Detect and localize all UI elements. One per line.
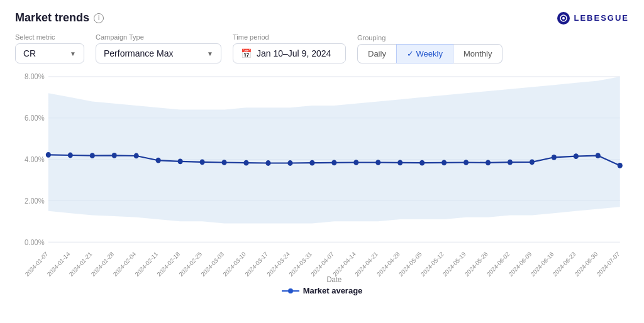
svg-point-38 bbox=[618, 163, 623, 168]
svg-text:2024-05-05: 2024-05-05 bbox=[397, 250, 423, 278]
grouping-control: Grouping Daily ✓ Weekly Monthly bbox=[357, 34, 502, 63]
svg-text:2024-01-28: 2024-01-28 bbox=[90, 250, 116, 278]
svg-text:2024-01-07: 2024-01-07 bbox=[24, 250, 50, 278]
svg-point-32 bbox=[486, 160, 491, 165]
chart-area: 0.00%2.00%4.00%6.00%8.00%2024-01-072024-… bbox=[15, 70, 629, 283]
svg-text:2024-02-25: 2024-02-25 bbox=[177, 250, 203, 278]
date-value: Jan 10–Jul 9, 2024 bbox=[257, 48, 331, 58]
svg-text:2024-07-07: 2024-07-07 bbox=[596, 250, 621, 278]
svg-point-23 bbox=[287, 160, 292, 166]
svg-text:2024-06-30: 2024-06-30 bbox=[574, 250, 599, 278]
svg-text:2024-06-09: 2024-06-09 bbox=[508, 250, 533, 278]
svg-point-25 bbox=[331, 160, 336, 165]
svg-text:2024-05-26: 2024-05-26 bbox=[464, 250, 489, 278]
svg-point-24 bbox=[309, 160, 314, 166]
svg-point-29 bbox=[419, 160, 425, 166]
svg-text:2024-02-18: 2024-02-18 bbox=[155, 250, 181, 278]
title-area: Market trends i bbox=[15, 11, 104, 25]
page-title: Market trends bbox=[15, 11, 89, 25]
svg-text:8.00%: 8.00% bbox=[25, 72, 45, 80]
svg-text:2024-04-07: 2024-04-07 bbox=[309, 250, 335, 278]
chart-svg: 0.00%2.00%4.00%6.00%8.00%2024-01-072024-… bbox=[15, 70, 629, 283]
controls-row: Select metric CR ▼ Campaign Type Perform… bbox=[15, 33, 629, 63]
metric-value: CR bbox=[23, 48, 36, 58]
svg-point-34 bbox=[530, 159, 535, 165]
campaign-chevron-icon: ▼ bbox=[207, 50, 213, 57]
svg-point-1 bbox=[562, 17, 565, 19]
metric-label: Select metric bbox=[15, 33, 84, 41]
grouping-buttons: Daily ✓ Weekly Monthly bbox=[357, 44, 502, 63]
svg-text:4.00%: 4.00% bbox=[25, 155, 45, 163]
svg-point-28 bbox=[397, 160, 402, 165]
legend-dash-icon bbox=[282, 290, 299, 292]
svg-text:2024-03-10: 2024-03-10 bbox=[221, 250, 247, 278]
svg-point-18 bbox=[178, 158, 183, 164]
svg-text:2024-03-03: 2024-03-03 bbox=[199, 250, 225, 278]
legend-item: Market average bbox=[282, 286, 363, 295]
svg-text:2024-03-24: 2024-03-24 bbox=[265, 250, 291, 278]
svg-text:2024-01-21: 2024-01-21 bbox=[68, 250, 94, 278]
svg-text:2024-03-17: 2024-03-17 bbox=[243, 250, 269, 278]
svg-point-31 bbox=[464, 160, 469, 165]
svg-point-37 bbox=[596, 153, 601, 158]
svg-point-20 bbox=[221, 160, 226, 165]
svg-text:2024-04-14: 2024-04-14 bbox=[331, 250, 357, 278]
svg-point-14 bbox=[90, 153, 95, 158]
svg-point-26 bbox=[353, 160, 358, 165]
page: Market trends i LEBESGUE Select metric C… bbox=[0, 0, 644, 323]
grouping-monthly[interactable]: Monthly bbox=[453, 44, 503, 63]
svg-text:2024-05-12: 2024-05-12 bbox=[419, 250, 445, 278]
legend-row: Market average bbox=[15, 286, 629, 295]
svg-point-15 bbox=[112, 153, 117, 158]
svg-point-35 bbox=[552, 155, 557, 160]
svg-text:2024-06-16: 2024-06-16 bbox=[530, 250, 555, 278]
grouping-daily[interactable]: Daily bbox=[357, 44, 396, 63]
campaign-value: Performance Max bbox=[104, 48, 173, 58]
info-icon[interactable]: i bbox=[94, 13, 104, 23]
campaign-select[interactable]: Performance Max ▼ bbox=[96, 43, 221, 63]
logo-text: LEBESGUE bbox=[574, 13, 629, 23]
logo-area: LEBESGUE bbox=[557, 12, 629, 25]
svg-point-36 bbox=[574, 153, 579, 159]
svg-point-30 bbox=[441, 160, 447, 165]
svg-text:2024-02-11: 2024-02-11 bbox=[133, 250, 159, 278]
svg-point-16 bbox=[134, 153, 139, 159]
svg-text:2024-05-19: 2024-05-19 bbox=[441, 250, 467, 278]
svg-text:Date: Date bbox=[327, 275, 342, 283]
svg-text:2024-01-14: 2024-01-14 bbox=[46, 250, 72, 278]
svg-text:2024-06-23: 2024-06-23 bbox=[552, 250, 577, 278]
svg-point-12 bbox=[46, 152, 51, 158]
svg-text:6.00%: 6.00% bbox=[25, 114, 45, 122]
legend-label: Market average bbox=[303, 286, 363, 295]
header-row: Market trends i LEBESGUE bbox=[15, 11, 629, 25]
metric-select[interactable]: CR ▼ bbox=[15, 43, 84, 63]
svg-point-22 bbox=[265, 160, 270, 166]
grouping-label: Grouping bbox=[357, 34, 502, 41]
svg-point-21 bbox=[243, 160, 248, 166]
metric-chevron-icon: ▼ bbox=[70, 50, 76, 57]
svg-point-17 bbox=[156, 158, 161, 163]
svg-text:2024-06-02: 2024-06-02 bbox=[486, 250, 511, 278]
svg-point-33 bbox=[508, 160, 513, 165]
grouping-weekly[interactable]: ✓ Weekly bbox=[396, 44, 453, 63]
svg-text:2024-03-31: 2024-03-31 bbox=[287, 250, 313, 278]
svg-text:0.00%: 0.00% bbox=[25, 238, 45, 246]
time-control: Time period 📅 Jan 10–Jul 9, 2024 bbox=[233, 33, 346, 63]
svg-point-19 bbox=[200, 159, 205, 165]
calendar-icon: 📅 bbox=[241, 48, 252, 58]
logo-circle bbox=[557, 12, 570, 25]
date-picker[interactable]: 📅 Jan 10–Jul 9, 2024 bbox=[233, 43, 346, 63]
svg-point-13 bbox=[68, 153, 73, 158]
svg-text:2024-02-04: 2024-02-04 bbox=[112, 250, 138, 278]
campaign-label: Campaign Type bbox=[96, 33, 221, 41]
campaign-control: Campaign Type Performance Max ▼ bbox=[96, 33, 221, 63]
svg-point-27 bbox=[375, 160, 380, 165]
svg-text:2024-04-21: 2024-04-21 bbox=[353, 250, 379, 278]
svg-text:2024-04-28: 2024-04-28 bbox=[375, 250, 401, 278]
metric-control: Select metric CR ▼ bbox=[15, 33, 84, 63]
time-label: Time period bbox=[233, 33, 346, 41]
svg-text:2.00%: 2.00% bbox=[25, 196, 45, 204]
